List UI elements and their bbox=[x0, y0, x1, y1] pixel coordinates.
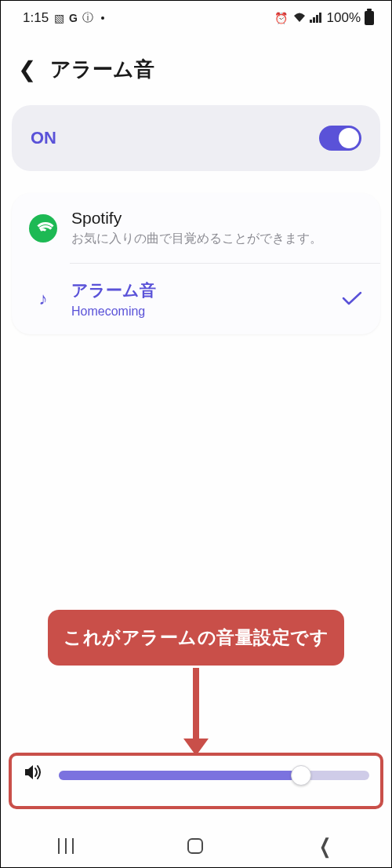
more-notifications-dot bbox=[101, 16, 104, 20]
annotation-text: これがアラームの音量設定です bbox=[64, 627, 328, 647]
status-bar: 1:15 ▧ G ⓘ ⏰ 100% bbox=[1, 1, 391, 34]
toggle-knob bbox=[339, 128, 359, 148]
selected-checkmark-icon bbox=[341, 286, 363, 312]
info-icon: ⓘ bbox=[82, 11, 93, 25]
slider-thumb[interactable] bbox=[291, 765, 311, 786]
volume-icon bbox=[23, 762, 43, 788]
spotify-subtitle: お気に入りの曲で目覚めることができます。 bbox=[71, 231, 363, 247]
android-nav-bar: ❮ bbox=[1, 825, 391, 867]
nav-recents-button[interactable] bbox=[58, 838, 74, 854]
volume-row bbox=[23, 762, 369, 788]
header: ❮ アラーム音 bbox=[1, 34, 391, 105]
nav-back-button[interactable]: ❮ bbox=[320, 834, 332, 859]
signal-icon bbox=[310, 12, 322, 25]
svg-rect-3 bbox=[319, 13, 321, 23]
status-indicator-icons: ▧ G ⓘ bbox=[54, 11, 104, 25]
master-toggle-card[interactable]: ON bbox=[12, 105, 380, 171]
music-note-icon: ♪ bbox=[39, 289, 48, 309]
google-icon: G bbox=[69, 12, 78, 24]
svg-rect-0 bbox=[310, 20, 312, 23]
annotation-arrow bbox=[183, 668, 209, 756]
svg-rect-2 bbox=[316, 15, 318, 23]
page-title: アラーム音 bbox=[50, 56, 154, 83]
battery-text: 100% bbox=[327, 10, 361, 26]
battery-icon bbox=[365, 11, 374, 25]
option-spotify[interactable]: Spotify お気に入りの曲で目覚めることができます。 bbox=[12, 193, 380, 263]
status-left: 1:15 ▧ G ⓘ bbox=[23, 10, 104, 26]
volume-slider[interactable] bbox=[59, 766, 369, 785]
option-alarm-sound[interactable]: ♪ アラーム音 Homecoming bbox=[12, 264, 380, 334]
spotify-icon bbox=[29, 214, 57, 243]
wifi-icon bbox=[292, 12, 307, 25]
alarm-sound-title: アラーム音 bbox=[71, 279, 327, 301]
on-label: ON bbox=[31, 128, 56, 148]
status-time: 1:15 bbox=[23, 10, 49, 26]
gallery-icon: ▧ bbox=[54, 12, 64, 24]
alarm-sound-subtitle: Homecoming bbox=[71, 305, 327, 319]
back-button[interactable]: ❮ bbox=[18, 59, 36, 81]
nav-home-button[interactable] bbox=[187, 838, 203, 854]
annotation-callout: これがアラームの音量設定です bbox=[48, 610, 344, 666]
on-toggle-switch[interactable] bbox=[319, 126, 361, 151]
sound-options-card: Spotify お気に入りの曲で目覚めることができます。 ♪ アラーム音 Hom… bbox=[12, 193, 380, 334]
svg-rect-1 bbox=[313, 17, 315, 23]
spotify-title: Spotify bbox=[71, 209, 363, 228]
status-right: ⏰ 100% bbox=[274, 10, 374, 26]
slider-fill bbox=[59, 771, 301, 780]
alarm-icon: ⏰ bbox=[274, 12, 288, 24]
